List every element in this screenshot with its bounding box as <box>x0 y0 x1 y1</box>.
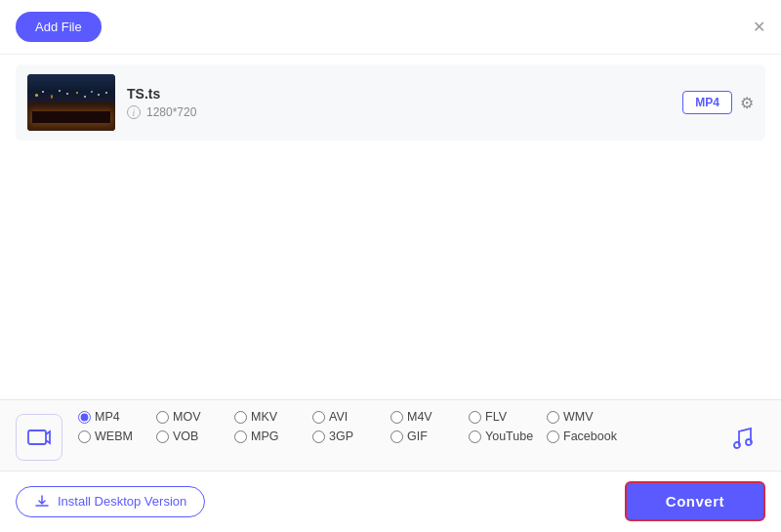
convert-button[interactable]: Convert <box>625 481 765 521</box>
format-option-mov[interactable]: MOV <box>156 410 234 424</box>
action-bar: Install Desktop Version Convert <box>0 471 781 531</box>
file-actions: MP4 ⚙ <box>682 91 754 114</box>
main-content: TS.ts i 1280*720 MP4 ⚙ <box>0 55 781 531</box>
close-icon: ✕ <box>753 19 765 35</box>
download-icon <box>34 494 50 510</box>
format-row: MP4 MOV MKV AVI <box>16 410 765 461</box>
file-meta: i 1280*720 <box>127 105 671 119</box>
format-icon-box[interactable] <box>16 414 62 461</box>
top-bar: Add File ✕ <box>0 0 781 55</box>
bottom-panel: MP4 MOV MKV AVI <box>0 399 781 471</box>
format-option-vob[interactable]: VOB <box>156 430 234 443</box>
add-file-button[interactable]: Add File <box>16 12 102 42</box>
music-icon <box>728 424 756 451</box>
thumb-inner <box>27 74 115 131</box>
thumb-lights <box>27 89 115 108</box>
format-option-wmv[interactable]: WMV <box>547 410 625 424</box>
format-row-1: MP4 MOV MKV AVI <box>78 410 703 424</box>
info-icon: i <box>127 105 141 119</box>
format-option-m4v[interactable]: M4V <box>390 410 469 424</box>
format-option-facebook[interactable]: Facebook <box>547 430 635 443</box>
format-badge-button[interactable]: MP4 <box>682 91 732 114</box>
format-option-mkv[interactable]: MKV <box>234 410 312 424</box>
file-info: TS.ts i 1280*720 <box>127 86 671 119</box>
format-option-mpg[interactable]: MPG <box>234 430 312 443</box>
format-option-youtube[interactable]: YouTube <box>469 430 547 443</box>
format-options-container: MP4 MOV MKV AVI <box>78 410 703 443</box>
install-label: Install Desktop Version <box>58 494 186 509</box>
middle-area <box>0 204 781 399</box>
video-icon <box>26 425 52 450</box>
format-option-gif[interactable]: GIF <box>390 430 469 443</box>
format-option-mp4[interactable]: MP4 <box>78 410 156 424</box>
file-thumbnail <box>27 74 115 131</box>
file-name: TS.ts <box>127 86 671 102</box>
format-option-3gp[interactable]: 3GP <box>312 430 390 443</box>
format-option-avi[interactable]: AVI <box>312 410 390 424</box>
gear-icon: ⚙ <box>740 95 754 111</box>
settings-button[interactable]: ⚙ <box>740 94 754 112</box>
format-option-webm[interactable]: WEBM <box>78 430 156 443</box>
format-row-2: WEBM VOB MPG 3GP <box>78 430 703 443</box>
file-resolution: 1280*720 <box>146 105 196 119</box>
format-option-flv[interactable]: FLV <box>469 410 547 424</box>
install-desktop-button[interactable]: Install Desktop Version <box>16 486 205 517</box>
close-button[interactable]: ✕ <box>753 20 765 35</box>
music-icon-box[interactable] <box>719 414 765 461</box>
file-item: TS.ts i 1280*720 MP4 ⚙ <box>16 64 765 141</box>
file-list-area: TS.ts i 1280*720 MP4 ⚙ <box>0 55 781 204</box>
svg-rect-0 <box>28 430 46 444</box>
